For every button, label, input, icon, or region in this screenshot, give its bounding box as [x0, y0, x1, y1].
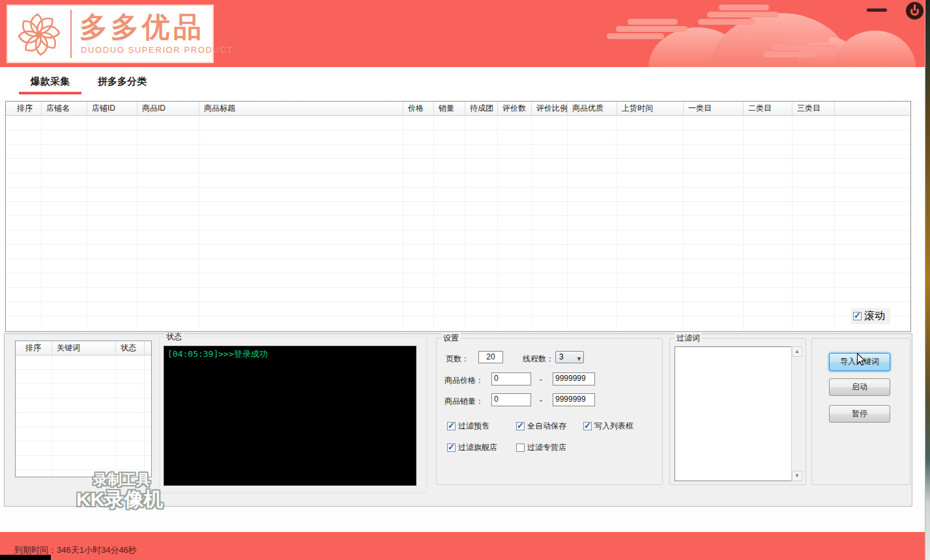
column-header-category-1[interactable]: 一类目 — [684, 102, 744, 116]
column-header-pending-group[interactable]: 待成团 — [465, 102, 498, 116]
column-header-category-3[interactable]: 三类目 — [792, 102, 835, 116]
checkbox-filter-specialty[interactable]: ✓ 过滤专营店 — [516, 442, 566, 453]
table-body — [199, 116, 403, 331]
header-filler — [835, 102, 910, 116]
kw-column-header-keyword[interactable]: 关键词 — [52, 341, 116, 356]
column-header-price[interactable]: 价格 — [403, 102, 434, 116]
status-bar: 到期时间：346天1小时34分46秒 — [0, 532, 925, 560]
column-header-shop-name[interactable]: 店铺名 — [42, 102, 87, 116]
background-window-sliver — [925, 0, 930, 560]
checkmark-icon: ✓ — [448, 421, 455, 430]
table-body — [12, 116, 42, 331]
scroll-checkbox[interactable]: ✓ 滚动 — [851, 308, 890, 324]
actions-group: 导入关键词 启动 暂停 — [811, 338, 910, 485]
checkbox-write-listbox[interactable]: ✓ 写入列表框 — [583, 421, 633, 432]
column-header-sales[interactable]: 销量 — [434, 102, 465, 116]
column-header-item-title[interactable]: 商品标题 — [199, 102, 403, 116]
bottom-panel: 排序 关键词 状态 状态 [04:05:39]>>>登录成功 设置 页数： 20… — [4, 333, 912, 507]
threads-select[interactable]: 3 ▼ — [555, 351, 584, 363]
brand-name-cn: 多多优品 — [80, 8, 205, 46]
column-header-category-2[interactable]: 二类目 — [744, 102, 792, 116]
filter-words-textarea[interactable] — [675, 346, 802, 481]
sales-max-input[interactable]: 9999999 — [553, 393, 595, 406]
app-logo: 多多优品 DUODUO SUPERIOR PRODUCT — [7, 5, 214, 63]
pages-input[interactable]: 20 — [478, 351, 503, 363]
status-console[interactable]: [04:05:39]>>>登录成功 — [164, 346, 416, 486]
table-body — [21, 356, 52, 477]
pages-label: 页数： — [446, 354, 469, 365]
checkbox-filter-presale[interactable]: ✓ 过滤预售 — [447, 421, 489, 432]
checkbox-filter-flagship[interactable]: ✓ 过滤旗舰店 — [447, 442, 497, 453]
settings-group-title: 设置 — [441, 333, 461, 343]
column-header-shop-id[interactable]: 店铺ID — [87, 102, 138, 116]
sales-range-separator: - — [540, 396, 542, 405]
console-log-line: [04:05:39]>>>登录成功 — [167, 348, 413, 360]
table-body — [792, 116, 835, 331]
start-button[interactable]: 启动 — [829, 378, 890, 396]
checkmark-icon: ✓ — [584, 421, 591, 430]
tab-pdd-category[interactable]: 拼多多分类 — [98, 76, 147, 88]
table-body — [6, 116, 12, 331]
column-header-item-id[interactable]: 商品ID — [138, 102, 199, 116]
checkbox-box: ✓ — [447, 422, 456, 430]
sales-min-input[interactable]: 0 — [491, 393, 531, 406]
table-body — [138, 116, 199, 331]
table-body — [835, 116, 910, 331]
table-body — [434, 116, 465, 331]
sales-label: 商品销量： — [444, 396, 484, 407]
column-header-review-ratio[interactable]: 评价比例 — [532, 102, 568, 116]
tab-bar: 爆款采集 拼多多分类 — [0, 67, 925, 100]
table-body — [145, 356, 151, 477]
import-keywords-button[interactable]: 导入关键词 — [829, 353, 890, 371]
table-body — [87, 116, 138, 331]
price-max-input[interactable]: 9999999 — [553, 372, 595, 385]
cloud-decoration — [616, 26, 688, 32]
checkbox-box: ✓ — [516, 422, 525, 430]
threads-label: 线程数： — [523, 354, 554, 365]
logo-divider — [70, 10, 72, 58]
column-header-review-count[interactable]: 评价数 — [498, 102, 532, 116]
chevron-down-icon: ▼ — [576, 354, 582, 365]
table-body — [42, 116, 87, 331]
results-table: 排序 店铺名 店铺ID 商品ID 商品标题 价格 销量 待成团 评价数 评价比例… — [5, 101, 911, 332]
table-body — [465, 116, 498, 331]
tab-hot-item-collect[interactable]: 爆款采集 — [31, 76, 70, 88]
checkbox-label: 写入列表框 — [594, 421, 633, 432]
screen: 多多优品 DUODUO SUPERIOR PRODUCT 爆款采集 拼多多分类 … — [0, 0, 930, 560]
scroll-down-icon[interactable]: ▼ — [792, 471, 802, 481]
table-body — [403, 116, 434, 331]
table-body — [744, 116, 792, 331]
price-min-input[interactable]: 0 — [491, 372, 531, 385]
checkbox-label: 过滤预售 — [458, 421, 489, 432]
settings-group: 设置 页数： 20 线程数： 3 ▼ 商品价格： 0 - 9999999 商品销… — [436, 338, 663, 485]
table-body — [568, 116, 617, 331]
checkmark-icon: ✓ — [854, 311, 861, 320]
checkbox-label: 过滤旗舰店 — [458, 442, 497, 453]
status-group: 状态 [04:05:39]>>>登录成功 — [159, 337, 428, 493]
pause-button[interactable]: 暂停 — [829, 405, 890, 423]
checkbox-box: ✓ — [447, 443, 456, 452]
brand-name-en: DUODUO SUPERIOR PRODUCT — [81, 45, 233, 55]
kw-column-header-sort[interactable]: 排序 — [21, 341, 52, 356]
cloud-decoration — [707, 12, 779, 18]
checkmark-icon: ✓ — [517, 421, 524, 430]
column-header-item-quality[interactable]: 商品优质 — [568, 102, 617, 116]
kw-column-header-status[interactable]: 状态 — [116, 341, 145, 356]
header-filler — [145, 341, 151, 356]
checkbox-auto-save[interactable]: ✓ 全自动保存 — [516, 421, 566, 432]
checkbox-label: 全自动保存 — [527, 421, 566, 432]
app-window: 多多优品 DUODUO SUPERIOR PRODUCT 爆款采集 拼多多分类 … — [0, 0, 925, 560]
power-button[interactable] — [906, 2, 923, 20]
scrollbar[interactable]: ▲ ▼ — [791, 346, 802, 481]
scroll-up-icon[interactable]: ▲ — [792, 346, 802, 357]
power-icon — [914, 5, 916, 10]
expiry-value: 346天1小时34分46秒 — [57, 545, 137, 555]
checkbox-label: 过滤专营店 — [527, 442, 566, 453]
minimize-icon[interactable] — [867, 8, 887, 12]
scroll-checkbox-label: 滚动 — [864, 309, 885, 323]
status-group-title: 状态 — [164, 332, 184, 341]
checkbox-box: ✓ — [853, 312, 862, 320]
checkbox-box: ✓ — [583, 422, 592, 430]
column-header-listing-time[interactable]: 上货时间 — [617, 102, 684, 116]
column-header-sort[interactable]: 排序 — [12, 102, 42, 116]
